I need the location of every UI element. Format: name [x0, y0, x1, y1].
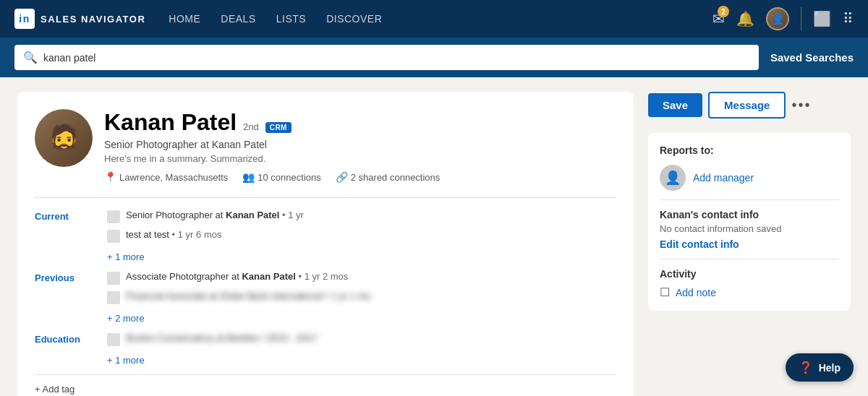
previous-job-2: Financial Associate at Globe Bank Intern… — [107, 290, 616, 304]
action-row: Save Message ••• — [648, 92, 851, 119]
reports-to-title: Reports to: — [660, 145, 839, 156]
current-more-link[interactable]: + 1 more — [107, 251, 616, 262]
search-input-wrap: 🔍 Advanced — [14, 45, 759, 70]
nav-links: HOME DEALS LISTS DISCOVER — [169, 12, 382, 25]
profile-meta: 📍 Lawrence, Massachusetts 👥 10 connectio… — [104, 171, 440, 183]
search-icon: 🔍 — [23, 51, 38, 64]
profile-avatar: 🧔 — [35, 109, 93, 167]
education-label: Education — [35, 332, 107, 366]
job-duration-1: • 1 yr — [282, 210, 304, 220]
help-nav-button[interactable]: ⬜ — [813, 10, 831, 27]
right-divider-2 — [660, 259, 839, 259]
nav-deals[interactable]: DEALS — [221, 13, 255, 25]
education-more-link[interactable]: + 1 more — [107, 355, 616, 366]
search-bar-row: 🔍 Advanced Saved Searches — [0, 38, 868, 77]
previous-label: Previous — [35, 271, 107, 324]
add-tag-label: + Add tag — [35, 384, 75, 395]
job-title-2: test at test — [126, 229, 169, 240]
avatar-image: 🧔 — [35, 109, 93, 167]
current-job-1: Senior Photographer at Kanan Patel • 1 y… — [107, 210, 616, 223]
nav-divider — [801, 7, 801, 30]
no-contact-text: No contact information saved — [660, 223, 839, 234]
right-panel: Save Message ••• Reports to: 👤 Add manag… — [648, 92, 851, 396]
crm-badge: CRM — [265, 122, 292, 133]
location-meta: 📍 Lawrence, Massachusetts — [104, 171, 228, 183]
connections-icon: 👥 — [242, 171, 255, 183]
saved-searches-button[interactable]: Saved Searches — [770, 51, 854, 64]
connections-meta: 👥 10 connections — [242, 171, 320, 183]
profile-name: Kanan Patel — [104, 109, 237, 135]
help-label: Help — [819, 362, 841, 374]
manager-avatar-placeholder: 👤 — [660, 165, 686, 191]
nav-lists[interactable]: LISTS — [276, 13, 306, 25]
prev-company-icon-1 — [107, 272, 120, 285]
previous-more-link[interactable]: + 2 more — [107, 313, 616, 324]
add-note-label: Add note — [676, 287, 716, 298]
note-icon: ☐ — [660, 285, 670, 299]
edit-contact-link[interactable]: Edit contact info — [660, 238, 839, 250]
prev-company-name-1: Kanan Patel — [242, 271, 295, 282]
divider-2 — [35, 374, 616, 375]
location-icon: 📍 — [104, 171, 116, 183]
apps-button[interactable]: ⠿ — [843, 10, 854, 27]
nav-home[interactable]: HOME — [169, 13, 200, 25]
help-circle-icon: ❓ — [799, 361, 813, 374]
notification-badge: 2 — [718, 6, 729, 17]
messages-button[interactable]: ✉ 2 — [712, 10, 725, 27]
profile-title: Senior Photographer at Kanan Patel — [104, 139, 440, 150]
right-divider-1 — [660, 199, 839, 200]
notifications-button[interactable]: 🔔 — [736, 10, 754, 27]
person-icon: 👤 — [665, 170, 681, 186]
education-blurred: Boston Conservatory at Berklee • 2015 - … — [126, 332, 318, 343]
prev-job-duration-1: • 1 yr 2 mos — [298, 271, 348, 282]
profile-section: 🧔 Kanan Patel 2nd CRM Senior Photographe… — [17, 92, 634, 396]
education-items: Boston Conservatory at Berklee • 2015 - … — [107, 332, 616, 366]
advanced-search-link[interactable]: Advanced — [705, 52, 750, 64]
search-input[interactable] — [43, 52, 699, 64]
contact-info-title: Kanan's contact info — [660, 209, 839, 220]
profile-name-heading: Kanan Patel 2nd CRM — [104, 109, 440, 136]
brand-logo[interactable]: in SALES NAVIGATOR — [14, 9, 145, 29]
edu-icon-1 — [107, 333, 120, 346]
reports-to-card: Reports to: 👤 Add manager Kanan's contac… — [648, 133, 851, 311]
add-manager-label: Add manager — [693, 172, 754, 184]
add-manager-row[interactable]: 👤 Add manager — [660, 165, 839, 191]
user-avatar[interactable]: 👤 — [766, 7, 789, 30]
prev-company-icon-2 — [107, 291, 120, 304]
more-options-button[interactable]: ••• — [791, 97, 811, 113]
main-content: 🧔 Kanan Patel 2nd CRM Senior Photographe… — [0, 77, 868, 396]
current-label: Current — [35, 210, 107, 262]
profile-header: 🧔 Kanan Patel 2nd CRM Senior Photographe… — [35, 109, 616, 183]
activity-title: Activity — [660, 268, 839, 280]
linkedin-icon: in — [14, 9, 35, 29]
save-button[interactable]: Save — [648, 93, 702, 117]
job-duration-2: • 1 yr 6 mos — [172, 229, 222, 240]
add-note-row[interactable]: ☐ Add note — [660, 285, 839, 299]
help-button[interactable]: ❓ Help — [786, 353, 854, 382]
profile-info: Kanan Patel 2nd CRM Senior Photographer … — [104, 109, 440, 183]
current-job-2: test at test • 1 yr 6 mos — [107, 229, 616, 243]
divider-1 — [35, 197, 616, 198]
previous-job-1: Associate Phototgrapher at Kanan Patel •… — [107, 271, 616, 285]
experience-grid: Current Senior Photographer at Kanan Pat… — [35, 210, 616, 366]
previous-jobs: Associate Phototgrapher at Kanan Patel •… — [107, 271, 616, 324]
company-icon-2 — [107, 230, 120, 243]
previous-job-2-blurred: Financial Associate at Globe Bank Intern… — [126, 290, 370, 301]
company-name-1: Kanan Patel — [226, 210, 279, 220]
degree-badge: 2nd — [243, 121, 259, 132]
nav-right-actions: ✉ 2 🔔 👤 ⬜ ⠿ — [712, 7, 854, 30]
message-button[interactable]: Message — [708, 92, 786, 119]
education-item-1: Boston Conservatory at Berklee • 2015 - … — [107, 332, 616, 346]
current-jobs: Senior Photographer at Kanan Patel • 1 y… — [107, 210, 616, 262]
app-name: SALES NAVIGATOR — [41, 14, 145, 25]
nav-discover[interactable]: DISCOVER — [326, 13, 382, 25]
company-icon-1 — [107, 210, 120, 223]
profile-summary: Here's me in a summary. Summarized. — [104, 153, 440, 164]
shared-connections-icon: 🔗 — [336, 171, 348, 183]
shared-connections-meta: 🔗 2 shared connections — [336, 171, 441, 183]
top-navigation: in SALES NAVIGATOR HOME DEALS LISTS DISC… — [0, 0, 868, 38]
add-tag-row[interactable]: + Add tag — [35, 384, 616, 395]
